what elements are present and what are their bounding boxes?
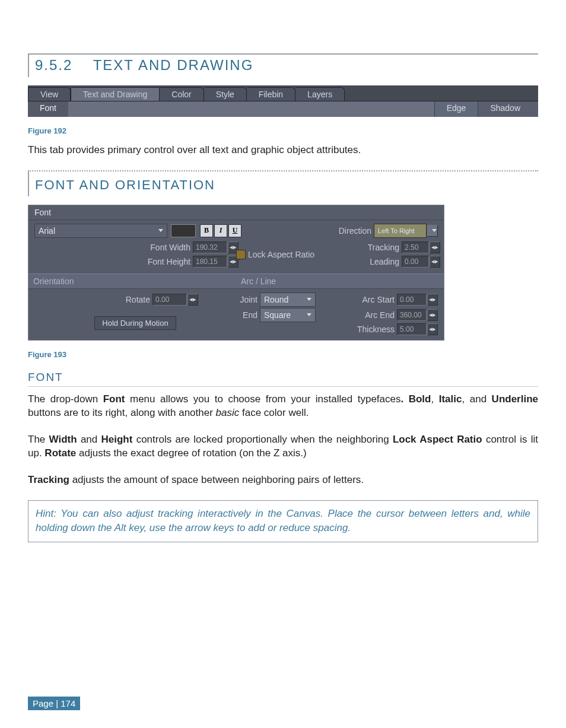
bold-button[interactable]: B <box>200 224 213 237</box>
arc-end-label: Arc End <box>365 310 395 320</box>
leading-spinner[interactable]: ◂▸ <box>430 256 440 268</box>
caret-down-icon <box>158 229 163 232</box>
font-paragraph-1: The drop-down Font menu allows you to ch… <box>28 393 538 420</box>
rotate-spinner[interactable]: ◂▸ <box>187 294 198 306</box>
direction-dropdown[interactable]: Left To Right <box>374 224 427 238</box>
tab-filebin[interactable]: Filebin <box>247 87 295 101</box>
tab-layers[interactable]: Layers <box>295 87 345 101</box>
thickness-spinner[interactable]: ◂▸ <box>427 323 438 335</box>
underline-button[interactable]: U <box>228 224 241 237</box>
font-paragraph-2: The Width and Height controls are locked… <box>28 433 538 460</box>
end-value: Square <box>264 310 291 320</box>
panel-header-arcline: Arc / Line <box>236 274 444 289</box>
tab-text-and-drawing[interactable]: Text and Drawing <box>71 87 160 101</box>
direction-caret[interactable] <box>427 225 438 237</box>
leading-input[interactable]: 0.00 <box>402 256 429 268</box>
direction-label: Direction <box>339 226 371 236</box>
arc-end-spinner[interactable]: ◂▸ <box>427 309 438 321</box>
tabs-ribbon: View Text and Drawing Color Style Filebi… <box>28 85 538 117</box>
lock-icon <box>236 250 246 259</box>
hold-during-motion-button[interactable]: Hold During Motion <box>94 316 176 330</box>
subsection-heading: FONT AND ORIENTATION <box>28 170 538 196</box>
font-paragraph-3: Tracking adjusts the amount of space bet… <box>28 473 538 487</box>
lock-aspect-toggle[interactable]: Lock Aspect Ratio <box>236 250 314 259</box>
font-family-dropdown[interactable]: Arial <box>34 224 167 238</box>
font-orientation-panel: Font Arial B I U Direction Left To Right <box>28 205 444 341</box>
section-title: TEXT AND DRAWING <box>93 57 254 73</box>
joint-dropdown[interactable]: Round <box>260 293 316 307</box>
tab-color[interactable]: Color <box>160 87 203 101</box>
joint-label: Joint <box>236 295 257 304</box>
font-family-value: Arial <box>39 226 55 236</box>
subsection-title: FONT AND ORIENTATION <box>35 177 215 192</box>
end-dropdown[interactable]: Square <box>260 308 316 322</box>
main-tab-bar: View Text and Drawing Color Style Filebi… <box>28 85 538 101</box>
arc-end-input[interactable]: 360.00 <box>397 309 427 321</box>
tracking-label: Tracking <box>368 243 399 252</box>
hint-text: Hint: You can also adjust tracking inter… <box>36 507 530 536</box>
caret-down-icon <box>307 313 311 316</box>
subtab-font[interactable]: Font <box>28 101 68 117</box>
subtab-edge[interactable]: Edge <box>434 101 478 117</box>
font-width-input[interactable]: 190.32 <box>193 241 227 253</box>
panel-header-font: Font <box>28 205 444 220</box>
leading-label: Leading <box>370 257 399 266</box>
font-height-input[interactable]: 180.15 <box>193 256 227 268</box>
caret-down-icon <box>432 229 437 232</box>
end-label: End <box>236 310 257 320</box>
tracking-spinner[interactable]: ◂▸ <box>430 241 440 253</box>
rotate-label: Rotate <box>126 295 150 304</box>
section-heading: 9.5.2 TEXT AND DRAWING <box>28 53 538 77</box>
joint-value: Round <box>264 295 288 304</box>
font-width-label: Font Width <box>150 243 190 252</box>
arc-start-input[interactable]: 0.00 <box>397 294 427 306</box>
arc-start-label: Arc Start <box>363 295 395 304</box>
sub-tab-bar: Font Edge Shadow <box>28 101 538 117</box>
italic-button[interactable]: I <box>214 224 227 237</box>
section-number: 9.5.2 <box>35 57 72 73</box>
lock-aspect-label: Lock Aspect Ratio <box>248 250 314 259</box>
figure-193-caption: Figure 193 <box>28 350 538 359</box>
hint-box: Hint: You can also adjust tracking inter… <box>28 500 538 542</box>
page-number: Page | 174 <box>28 697 80 710</box>
rotate-input[interactable]: 0.00 <box>152 294 187 306</box>
panel-header-orientation: Orientation <box>28 274 236 289</box>
figure-192-caption: Figure 192 <box>28 126 538 135</box>
font-height-label: Font Height <box>148 257 190 266</box>
font-subheading: FONT <box>28 371 538 387</box>
tracking-input[interactable]: 2.50 <box>402 241 429 253</box>
tab-style[interactable]: Style <box>204 87 247 101</box>
thickness-label: Thickness <box>357 325 395 334</box>
font-color-well[interactable] <box>171 224 196 237</box>
subtab-shadow[interactable]: Shadow <box>478 101 538 117</box>
arc-start-spinner[interactable]: ◂▸ <box>427 294 438 306</box>
thickness-input[interactable]: 5.00 <box>397 323 427 335</box>
direction-value: Left To Right <box>378 227 415 234</box>
intro-paragraph: This tab provides primary control over a… <box>28 144 538 157</box>
tab-view[interactable]: View <box>28 87 71 101</box>
caret-down-icon <box>307 298 311 301</box>
